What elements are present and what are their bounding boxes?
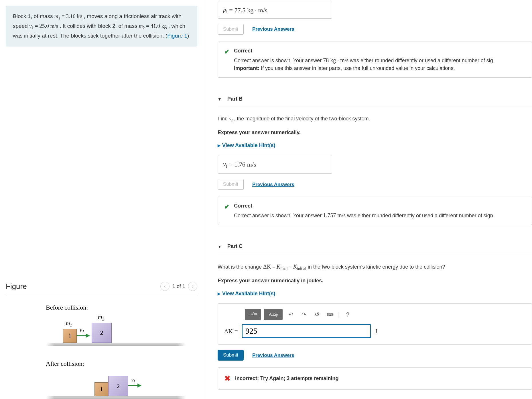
after-collision-label: After collision:	[46, 360, 186, 367]
part-a-previous-answers-link[interactable]: Previous Answers	[252, 26, 294, 32]
part-b-previous-answers-link[interactable]: Previous Answers	[252, 181, 294, 188]
part-b-question: Find vf , the magnitude of the final vel…	[218, 115, 532, 123]
m2-unit: kg	[161, 23, 167, 29]
part-a-answer-box: pi = 77.5 kg · m/s	[218, 2, 332, 19]
separator: |	[338, 310, 340, 319]
figure-title: Figure	[6, 282, 27, 291]
help-button[interactable]: ?	[342, 311, 353, 318]
keyboard-button[interactable]: ⌨	[325, 312, 335, 317]
v1-arrow	[77, 335, 89, 336]
part-b-answer-box: vf = 1.76 m/s	[218, 155, 332, 174]
delta-k-label: ΔK =	[224, 326, 238, 336]
part-c-feedback: ✖ Incorrect; Try Again; 3 attempts remai…	[218, 367, 532, 390]
feedback-title: Correct	[234, 202, 493, 210]
m1-symbol: m1	[54, 13, 60, 19]
part-c-answer-input[interactable]	[242, 324, 371, 338]
m1-unit: kg	[77, 13, 82, 19]
v1-unit: m/s	[50, 23, 58, 29]
m2-symbol: m2	[139, 23, 145, 29]
part-c-previous-answers-link[interactable]: Previous Answers	[252, 352, 294, 359]
part-c-question: What is the change ΔK = Kfinal − Kinitia…	[218, 262, 532, 272]
symbols-button[interactable]: ΑΣφ⋮	[264, 309, 283, 320]
check-icon: ✔	[224, 47, 229, 72]
figure-next-button[interactable]: ›	[188, 282, 197, 291]
m1-value: = 3.10	[60, 13, 77, 19]
caret-right-icon: ▶	[218, 291, 220, 297]
caret-down-icon: ▼	[218, 244, 222, 249]
text: )	[187, 33, 189, 39]
caret-down-icon: ▼	[218, 97, 222, 101]
feedback-title: Incorrect; Try Again; 3 attempts remaini…	[235, 375, 338, 382]
m2-label: m2	[98, 314, 104, 322]
part-c-hints-toggle[interactable]: ▶ View Available Hint(s)	[218, 290, 532, 298]
reset-button[interactable]: ↺	[312, 311, 322, 318]
block-1: 1	[63, 329, 77, 343]
v1-value: = 25.0	[34, 23, 50, 29]
figure-link[interactable]: Figure 1	[167, 33, 187, 39]
part-c-title: Part C	[227, 243, 243, 249]
part-b-title: Part B	[227, 96, 243, 102]
block-2-after: 2	[108, 376, 128, 396]
part-c-header[interactable]: ▼ Part C	[218, 239, 532, 254]
figure-diagram: Before collision: 1 2 m1 m2 v1 After col…	[6, 304, 197, 399]
redo-button[interactable]: ↷	[299, 311, 309, 318]
x-icon: ✖	[224, 373, 230, 384]
feedback-title: Correct	[234, 47, 493, 55]
part-b-header[interactable]: ▼ Part B	[218, 91, 532, 107]
part-a-feedback: ✔ Correct Correct answer is shown. Your …	[218, 42, 532, 78]
part-b-instruction: Express your answer numerically.	[218, 129, 532, 136]
text: Block 1, of mass	[13, 13, 54, 19]
undo-button[interactable]: ↶	[285, 311, 296, 318]
unit-label: J	[375, 326, 377, 336]
caret-right-icon: ▶	[218, 143, 220, 148]
part-b-feedback: ✔ Correct Correct answer is shown. Your …	[218, 197, 532, 225]
m1-label: m1	[66, 320, 72, 328]
v1-symbol: v1	[29, 23, 34, 29]
check-icon: ✔	[224, 202, 229, 220]
vf-label: vf	[131, 376, 135, 384]
part-b-submit-button: Submit	[218, 179, 244, 190]
part-c-submit-button[interactable]: Submit	[218, 350, 244, 361]
figure-prev-button[interactable]: ‹	[160, 282, 170, 291]
before-collision-label: Before collision:	[46, 304, 186, 311]
block-2: 2	[92, 323, 112, 343]
templates-button[interactable]: ▭√▭ ⋮	[245, 309, 261, 320]
part-b-hints-toggle[interactable]: ▶ View Available Hint(s)	[218, 142, 532, 149]
block-1-after: 1	[94, 382, 108, 396]
figure-counter: 1 of 1	[172, 283, 185, 290]
part-a-submit-button: Submit	[218, 24, 244, 35]
vf-arrow	[128, 385, 141, 386]
part-c-instruction: Express your answer numerically in joule…	[218, 277, 532, 285]
v1-label: v1	[80, 326, 84, 334]
m2-value: = 41.0	[145, 23, 161, 29]
problem-statement: Block 1, of mass m1 = 3.10 kg , moves al…	[6, 6, 197, 46]
text: . It collides with block 2, of mass	[58, 23, 139, 29]
part-c-input-area: ▭√▭ ⋮ ΑΣφ⋮ ↶ ↷ ↺ ⌨ | ? ΔK = J	[218, 303, 532, 345]
